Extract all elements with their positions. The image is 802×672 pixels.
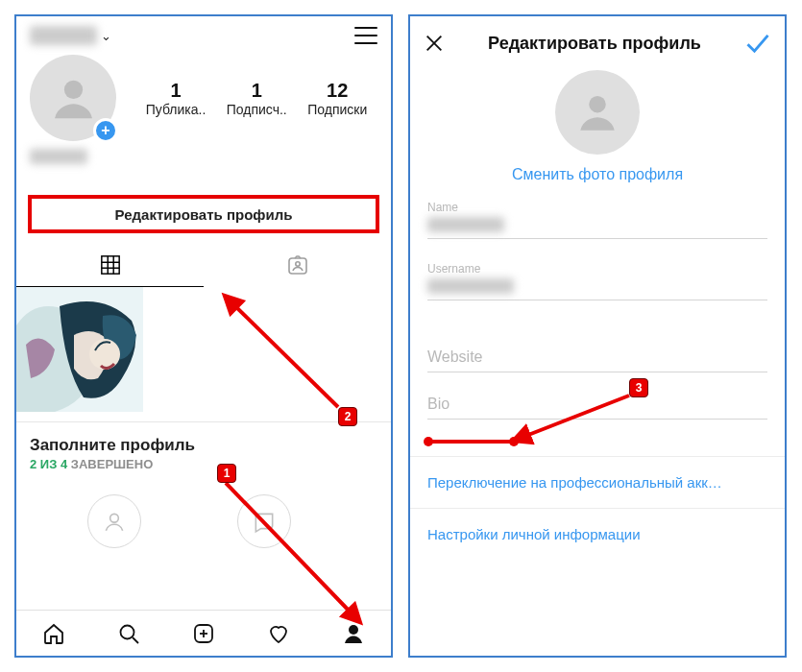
svg-point-0 bbox=[63, 80, 82, 98]
person-icon bbox=[47, 72, 100, 125]
stat-following-label: Подписки bbox=[307, 102, 367, 117]
card-title: Заполните профиль bbox=[30, 436, 377, 455]
field-website-placeholder: Website bbox=[427, 348, 767, 366]
nav-activity[interactable] bbox=[266, 621, 291, 646]
stat-posts-count: 1 bbox=[146, 80, 207, 102]
add-story-icon[interactable]: + bbox=[93, 118, 118, 143]
post-image[interactable] bbox=[16, 287, 143, 412]
field-name-value bbox=[427, 217, 504, 232]
stat-followers-count: 1 bbox=[227, 80, 287, 102]
confirm-button[interactable] bbox=[744, 30, 771, 57]
stat-posts[interactable]: 1 Публика.. bbox=[146, 80, 207, 117]
switch-pro-link[interactable]: Переключение на профессиональный акк… bbox=[410, 456, 785, 508]
home-icon bbox=[42, 622, 65, 645]
profile-info-row: + 1 Публика.. 1 Подписч.. 12 Подписки bbox=[16, 49, 391, 141]
annotation-website-line bbox=[427, 440, 514, 444]
svg-point-10 bbox=[110, 514, 119, 522]
annotation-dot-2 bbox=[509, 437, 519, 446]
stat-posts-label: Публика.. bbox=[146, 102, 207, 117]
avatar[interactable]: + bbox=[30, 55, 116, 141]
edit-form: Name Username Website Bio bbox=[427, 201, 767, 420]
tab-tagged[interactable] bbox=[204, 243, 391, 287]
nav-new-post[interactable] bbox=[191, 621, 216, 646]
svg-point-7 bbox=[295, 262, 299, 266]
svg-line-12 bbox=[133, 637, 138, 643]
svg-rect-1 bbox=[101, 255, 118, 273]
plus-square-icon bbox=[192, 622, 215, 645]
field-bio[interactable]: Bio bbox=[427, 396, 767, 420]
card-suggestions bbox=[30, 494, 377, 548]
field-username-label: Username bbox=[427, 262, 767, 276]
personal-settings-link[interactable]: Настройки личной информации bbox=[410, 508, 785, 560]
heart-icon bbox=[267, 622, 290, 645]
edit-profile-label: Редактировать профиль bbox=[115, 206, 293, 223]
username-dropdown[interactable]: ⌄ bbox=[30, 26, 111, 45]
profile-screen: ⌄ + 1 Публика.. 1 Подписч.. 12 Подписки bbox=[14, 14, 393, 658]
nav-home[interactable] bbox=[41, 621, 66, 646]
change-photo-link[interactable]: Сменить фото профиля bbox=[512, 166, 683, 183]
menu-icon[interactable] bbox=[354, 27, 377, 44]
username-text bbox=[30, 26, 97, 45]
display-name bbox=[30, 149, 87, 164]
edit-profile-highlight: Редактировать профиль bbox=[30, 197, 377, 231]
stat-followers[interactable]: 1 Подписч.. bbox=[227, 80, 287, 117]
edit-header: Редактировать профиль bbox=[410, 16, 785, 64]
edit-profile-screen: Редактировать профиль Сменить фото профи… bbox=[408, 14, 787, 658]
chevron-down-icon: ⌄ bbox=[101, 29, 111, 43]
tagged-icon bbox=[286, 253, 309, 276]
svg-point-11 bbox=[121, 625, 134, 638]
annotation-marker-3: 3 bbox=[629, 378, 648, 397]
annotation-dot-1 bbox=[424, 437, 433, 446]
nav-profile[interactable] bbox=[341, 621, 366, 646]
field-name[interactable]: Name bbox=[427, 201, 767, 239]
card-progress: 2 ИЗ 4 ЗАВЕРШЕНО bbox=[30, 457, 377, 471]
card-progress-done: 2 ИЗ 4 bbox=[30, 457, 67, 471]
profile-icon bbox=[342, 622, 365, 645]
close-button[interactable] bbox=[424, 33, 445, 54]
svg-point-9 bbox=[89, 339, 120, 370]
field-username-value bbox=[427, 278, 514, 294]
nav-search[interactable] bbox=[116, 621, 141, 646]
bottom-nav bbox=[16, 610, 391, 656]
field-name-label: Name bbox=[427, 201, 767, 214]
suggestion-avatar-icon[interactable] bbox=[87, 494, 141, 548]
close-icon bbox=[424, 33, 445, 54]
edit-avatar-zone: Сменить фото профиля bbox=[410, 70, 785, 183]
profile-tabs bbox=[16, 243, 391, 287]
card-progress-rest: ЗАВЕРШЕНО bbox=[67, 457, 153, 471]
check-icon bbox=[744, 30, 771, 57]
suggestion-bio-icon[interactable] bbox=[237, 494, 291, 548]
posts-grid bbox=[16, 287, 391, 412]
stat-following-count: 12 bbox=[307, 80, 367, 102]
grid-icon bbox=[100, 254, 121, 276]
complete-profile-card: Заполните профиль 2 ИЗ 4 ЗАВЕРШЕНО bbox=[16, 421, 391, 548]
edit-profile-button[interactable]: Редактировать профиль bbox=[30, 197, 377, 231]
person-icon bbox=[573, 88, 621, 136]
stat-following[interactable]: 12 Подписки bbox=[307, 80, 367, 117]
edit-title: Редактировать профиль bbox=[488, 34, 701, 54]
field-website[interactable]: Website bbox=[427, 348, 767, 372]
field-username[interactable]: Username bbox=[427, 262, 767, 300]
search-icon bbox=[117, 622, 140, 645]
profile-header: ⌄ bbox=[16, 16, 391, 49]
stats: 1 Публика.. 1 Подписч.. 12 Подписки bbox=[135, 80, 377, 117]
svg-point-16 bbox=[349, 625, 358, 635]
field-bio-placeholder: Bio bbox=[427, 396, 767, 413]
tab-grid[interactable] bbox=[16, 243, 204, 287]
stat-followers-label: Подписч.. bbox=[227, 102, 287, 117]
svg-point-21 bbox=[589, 96, 606, 113]
annotation-marker-1: 1 bbox=[217, 464, 236, 483]
edit-avatar[interactable] bbox=[555, 70, 640, 155]
annotation-marker-2: 2 bbox=[338, 407, 357, 426]
painting-image bbox=[16, 287, 143, 412]
